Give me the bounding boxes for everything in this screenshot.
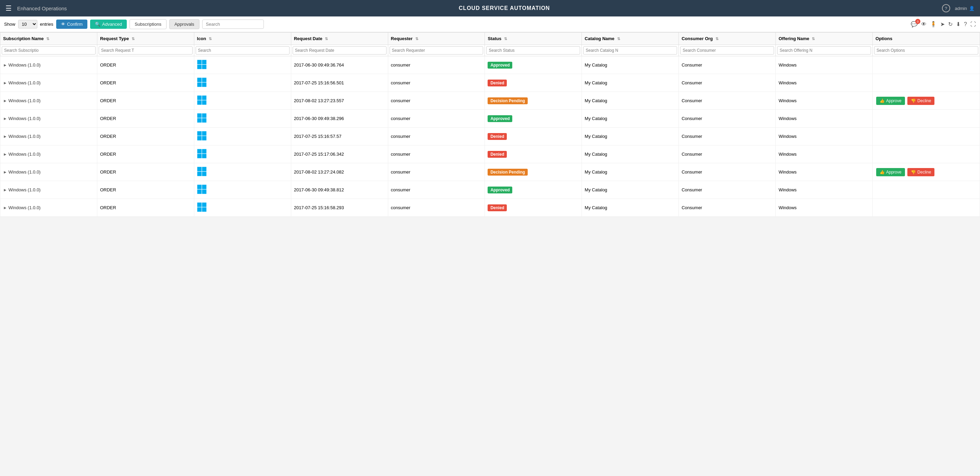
top-nav: ☰ Enhanced Operations CLOUD SERVICE AUTO… [0,0,980,16]
approve-button[interactable]: 👍 Approve [876,168,905,176]
svg-rect-0 [197,60,202,64]
expand-row-button[interactable]: ► [3,116,7,121]
sort-icon-catalog-name[interactable]: ⇅ [617,37,620,41]
table-row: ► Windows (1.0.0) ORDER 2017-06-30 09:49… [0,110,980,128]
expand-row-button[interactable]: ► [3,81,7,85]
consumer-org-text: Consumer [681,205,702,210]
windows-icon [197,131,207,141]
search-options-input[interactable] [874,46,978,54]
global-search-input[interactable] [202,19,264,29]
request-type-text: ORDER [100,98,116,103]
request-type-text: ORDER [100,169,116,174]
catalog-name-text: My Catalog [585,205,607,210]
search-cell-consumer-org [679,45,776,56]
catalog-name-text: My Catalog [585,116,607,121]
expand-row-button[interactable]: ► [3,134,7,139]
sort-icon-request-date[interactable]: ⇅ [325,37,328,41]
consumer-org-text: Consumer [681,134,702,139]
sort-icon-request-type[interactable]: ⇅ [132,37,135,41]
options-cell: 👍 Approve 👎 Decline [875,97,977,105]
windows-icon [197,95,207,105]
search-sub-name-input[interactable] [2,46,95,54]
col-header-request-type: Request Type ⇅ [97,33,194,45]
search-request-date-input[interactable] [293,46,387,54]
expand-row-button[interactable]: ► [3,188,7,192]
cell-request-date: 2017-07-25 15:16:58.293 [291,199,388,217]
search-request-type-input[interactable] [99,46,192,54]
svg-rect-16 [197,131,202,136]
approve-button[interactable]: 👍 Approve [876,97,905,105]
entries-select[interactable]: 10 25 50 100 [18,20,37,29]
sort-icon-requester[interactable]: ⇅ [415,37,418,41]
app-title: Enhanced Operations [17,5,67,11]
request-date-text: 2017-07-25 15:16:57.57 [294,134,342,139]
search-consumer-org-input[interactable] [680,46,774,54]
requester-text: consumer [391,169,410,174]
windows-icon [197,78,207,87]
expand-icon[interactable]: ⛶ [970,21,976,27]
sort-icon-icon[interactable]: ⇅ [209,37,212,41]
confirm-button[interactable]: 👁 Confirm [56,19,88,29]
eye-icon[interactable]: 👁 [921,21,926,27]
decline-button[interactable]: 👎 Decline [907,168,934,176]
expand-row-button[interactable]: ► [3,170,7,174]
search-status-input[interactable] [486,46,580,54]
sub-name-text: Windows (1.0.0) [9,80,41,85]
svg-rect-12 [197,113,202,118]
cell-requester: consumer [388,92,485,110]
decline-icon: 👎 [911,170,916,174]
svg-rect-22 [197,154,202,158]
svg-rect-1 [202,60,206,64]
expand-row-button[interactable]: ► [3,63,7,67]
chat-badge: 0 [915,19,920,24]
cell-request-date: 2017-07-25 15:16:56.501 [291,74,388,92]
sort-icon-sub-name[interactable]: ⇅ [46,37,49,41]
cell-consumer-org: Consumer [679,92,776,110]
cell-request-type: ORDER [97,199,194,217]
search-requester-input[interactable] [390,46,484,54]
cell-options [873,74,980,92]
windows-icon [197,113,207,123]
expand-row-button[interactable]: ► [3,98,7,103]
table-search-row [0,45,980,56]
chat-icon[interactable]: 💬 0 [911,21,918,27]
subscriptions-button[interactable]: Subscriptions [129,19,167,29]
approvals-button[interactable]: Approvals [169,19,199,29]
svg-rect-10 [197,101,202,105]
cell-status: Decision Pending [485,92,582,110]
cell-status: Denied [485,74,582,92]
refresh-icon[interactable]: ↻ [948,21,953,27]
request-type-text: ORDER [100,152,116,157]
table-row: ► Windows (1.0.0) ORDER 2017-08-02 13:27… [0,92,980,110]
requester-text: consumer [391,187,410,192]
admin-menu[interactable]: admin 👤 [955,6,975,11]
svg-rect-13 [202,113,206,118]
cell-offering-name: Windows [776,181,873,199]
user-manage-icon[interactable]: 🧍 [930,21,937,27]
search-cell-offering-name [776,45,873,56]
help-circle-icon[interactable]: ? [942,4,950,12]
sort-icon-status[interactable]: ⇅ [504,37,507,41]
expand-row-button[interactable]: ► [3,152,7,157]
hamburger-menu[interactable]: ☰ [5,4,12,12]
approve-icon: 👍 [880,170,885,174]
sort-icon-offering-name[interactable]: ⇅ [812,37,815,41]
cell-status: Denied [485,199,582,217]
cell-consumer-org: Consumer [679,181,776,199]
catalog-name-text: My Catalog [585,98,607,103]
help-icon[interactable]: ? [964,21,967,27]
cell-requester: consumer [388,110,485,128]
search-offering-name-input[interactable] [777,46,871,54]
sort-icon-consumer-org[interactable]: ⇅ [716,37,719,41]
search-icon-input[interactable] [196,46,290,54]
search-cell-requester [388,45,485,56]
search-catalog-name-input[interactable] [583,46,677,54]
advanced-button[interactable]: 🔍 Advanced [90,19,127,29]
send-icon[interactable]: ➤ [940,21,945,27]
expand-row-button[interactable]: ► [3,205,7,210]
catalog-name-text: My Catalog [585,152,607,157]
offering-name-text: Windows [778,152,797,157]
download-icon[interactable]: ⬇ [956,21,961,27]
decline-button[interactable]: 👎 Decline [907,97,934,105]
svg-rect-30 [197,190,202,194]
